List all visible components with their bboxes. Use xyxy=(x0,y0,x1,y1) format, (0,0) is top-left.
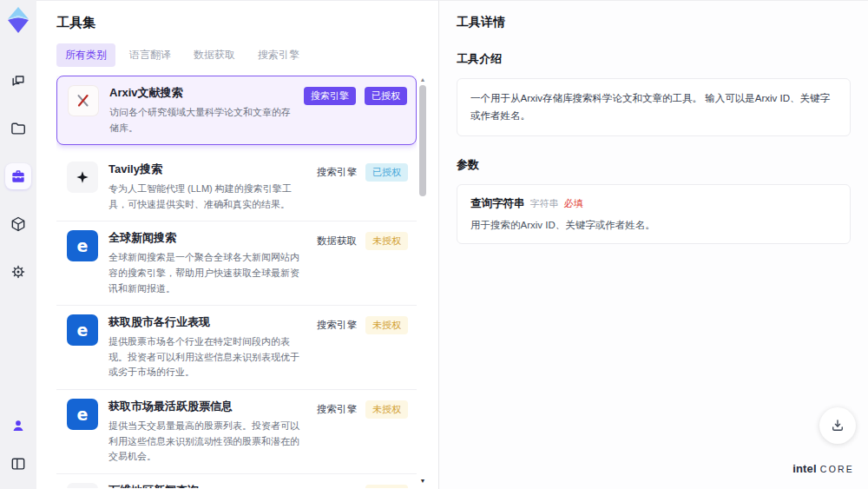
tool-description: 提供股票市场各个行业在特定时间段内的表现。投资者可以利用这些信息来识别表现优于或… xyxy=(108,334,306,380)
tool-name: Arxiv文献搜索 xyxy=(109,85,293,101)
rail-nav xyxy=(5,68,31,285)
tab-language-translation[interactable]: 语言翻译 xyxy=(121,43,180,67)
tool-name: 获取股市各行业表现 xyxy=(108,314,306,330)
tab-search-engine[interactable]: 搜索引擎 xyxy=(249,43,308,67)
tool-row-global-news[interactable]: e 全球新闻搜索 全球新闻搜索是一个聚合全球各大新闻网站内容的搜索引擎，帮助用户… xyxy=(56,221,417,306)
tool-row-tavily[interactable]: Tavily搜索 专为人工智能代理 (LLM) 构建的搜索引擎工具，可快速提供实… xyxy=(56,153,417,221)
category-label: 搜索引擎 xyxy=(317,400,357,416)
params-heading: 参数 xyxy=(457,157,851,173)
settings-icon[interactable] xyxy=(5,259,31,285)
param-required-flag: 必填 xyxy=(564,197,583,210)
status-badge: 未授权 xyxy=(365,232,408,250)
tool-list-panel: 工具集 所有类别 语言翻译 数据获取 搜索引擎 Arxiv文献搜索 访问各个研究… xyxy=(36,0,438,489)
tab-all-categories[interactable]: 所有类别 xyxy=(56,43,115,67)
tool-row-arxiv[interactable]: Arxiv文献搜索 访问各个研究领域大量科学论文和文章的存储库。 搜索引擎 已授… xyxy=(56,76,417,145)
panel-icon[interactable] xyxy=(5,451,31,477)
scroll-down-icon[interactable]: ▼ xyxy=(418,477,427,486)
app-logo-icon xyxy=(5,5,31,35)
status-badge: 已授权 xyxy=(365,163,408,182)
tool-name: 全球新闻搜索 xyxy=(108,230,306,246)
rail-bottom xyxy=(5,413,31,477)
scroll-up-icon[interactable]: ▲ xyxy=(418,76,427,84)
tool-list: Arxiv文献搜索 访问各个研究领域大量科学论文和文章的存储库。 搜索引擎 已授… xyxy=(56,76,417,488)
list-scrollbar[interactable]: ▲ ▼ xyxy=(418,76,427,486)
intel-core-logo: intel CORE xyxy=(792,462,854,475)
cube-icon[interactable] xyxy=(5,211,31,237)
tab-data-fetching[interactable]: 数据获取 xyxy=(185,43,244,67)
page-title: 工具集 xyxy=(56,15,417,31)
icon-rail xyxy=(0,0,36,489)
status-badge: 未授权 xyxy=(365,316,408,334)
tool-name: 获取市场最活跃股票信息 xyxy=(108,399,306,414)
param-box: 查询字符串 字符串 必填 用于搜索的Arxiv ID、关键字或作者姓名。 xyxy=(457,184,851,244)
scrollbar-thumb[interactable] xyxy=(419,85,426,196)
download-button[interactable] xyxy=(819,407,856,444)
category-label: 搜索引擎 xyxy=(317,485,357,488)
arxiv-logo-icon xyxy=(68,85,99,116)
tool-detail-panel: 工具详情 工具介绍 一个用于从Arxiv存储库搜索科学论文和文章的工具。 输入可… xyxy=(438,0,868,489)
tool-description: 访问各个研究领域大量科学论文和文章的存储库。 xyxy=(109,105,293,135)
status-badge: 未授权 xyxy=(365,485,408,488)
intro-box: 一个用于从Arxiv存储库搜索科学论文和文章的工具。 输入可以是Arxiv ID… xyxy=(457,78,851,136)
folder-icon[interactable] xyxy=(5,116,31,142)
status-badge: 已授权 xyxy=(365,87,407,105)
param-name: 查询字符串 xyxy=(470,196,525,211)
app-window: 工具集 所有类别 语言翻译 数据获取 搜索引擎 Arxiv文献搜索 访问各个研究… xyxy=(0,0,868,489)
news-globe-icon: e xyxy=(67,399,98,430)
brand-intel-text: intel xyxy=(792,462,817,475)
tool-row-regional-news[interactable]: 万维地区新闻查询 查询具体行政区划内的新闻，快速了解各地新闻动 搜索引擎 未授权 xyxy=(56,474,417,488)
intro-text: 一个用于从Arxiv存储库搜索科学论文和文章的工具。 输入可以是Arxiv ID… xyxy=(470,90,837,124)
category-badge: 搜索引擎 xyxy=(304,87,356,105)
category-label: 搜索引擎 xyxy=(317,163,357,179)
tool-name: Tavily搜索 xyxy=(108,162,306,177)
brand-core-text: CORE xyxy=(820,464,854,474)
user-icon[interactable] xyxy=(5,413,31,439)
tool-name: 万维地区新闻查询 xyxy=(108,483,306,488)
status-badge: 未授权 xyxy=(365,400,408,419)
category-label: 搜索引擎 xyxy=(317,316,357,332)
tool-description: 全球新闻搜索是一个聚合全球各大新闻网站内容的搜索引擎，帮助用户快速获取全球最新资… xyxy=(108,250,306,296)
news-globe-icon: e xyxy=(67,230,98,261)
category-tabs: 所有类别 语言翻译 数据获取 搜索引擎 xyxy=(56,43,417,67)
news-globe-icon: e xyxy=(67,314,98,346)
param-type: 字符串 xyxy=(530,197,559,210)
sparkle-icon xyxy=(67,162,98,193)
toolbox-icon[interactable] xyxy=(5,163,31,189)
building-icon xyxy=(67,483,98,488)
chat-icon[interactable] xyxy=(5,68,31,94)
tool-row-sector-performance[interactable]: e 获取股市各行业表现 提供股票市场各个行业在特定时间段内的表现。投资者可以利用… xyxy=(56,306,417,390)
intro-heading: 工具介绍 xyxy=(457,51,851,67)
tool-description: 专为人工智能代理 (LLM) 构建的搜索引擎工具，可快速提供实时、准确和真实的结… xyxy=(108,182,306,212)
tool-description: 提供当天交易量最高的股票列表。投资者可以利用这些信息来识别流动性强的股票和潜在的… xyxy=(108,419,306,465)
download-icon xyxy=(830,418,845,433)
tool-row-active-stocks[interactable]: e 获取市场最活跃股票信息 提供当天交易量最高的股票列表。投资者可以利用这些信息… xyxy=(56,390,417,474)
param-description: 用于搜索的Arxiv ID、关键字或作者姓名。 xyxy=(470,219,837,232)
detail-title: 工具详情 xyxy=(457,15,851,30)
category-label: 数据获取 xyxy=(317,232,357,248)
